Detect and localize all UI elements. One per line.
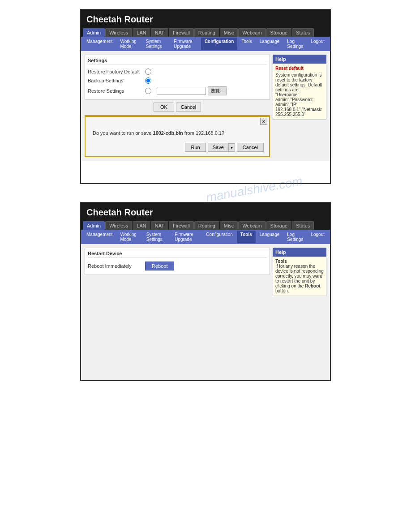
sub-tab-management-2[interactable]: Management (83, 231, 116, 243)
panel-body-2: Restart Device Reboot Immediately Reboot… (81, 244, 330, 300)
help-body-1: Reset default System configuration is re… (273, 64, 326, 120)
nav-tab-firewall-1[interactable]: Firewall (169, 28, 194, 37)
nav-tab-webcam-2[interactable]: Webcam (238, 221, 265, 230)
help-panel-2: Help Tools If for any reason the device … (273, 248, 326, 296)
sub-tab-working-mode-2[interactable]: Working Mode (116, 231, 142, 243)
sub-tab-working-mode-1[interactable]: Working Mode (116, 38, 141, 50)
panel-body-1: Settings Restore Factory Default Backup … (81, 51, 330, 161)
sub-tab-system-settings-2[interactable]: System Settings (143, 231, 171, 243)
browse-button[interactable]: 瀏覽... (208, 86, 227, 95)
settings-section-1: Settings Restore Factory Default Backup … (85, 55, 270, 100)
nav-tab-nat-2[interactable]: NAT (151, 221, 168, 230)
help-text-1: System configuration is reset to the fac… (275, 73, 322, 117)
sub-tab-configuration-2[interactable]: Configuration (202, 231, 236, 243)
help-link-1[interactable]: Reset default (275, 66, 324, 71)
sub-tabs-1: Management Working Mode System Settings … (81, 37, 330, 51)
dialog-buttons: Run Save ▾ Cancel (86, 140, 269, 156)
radio-backup[interactable] (145, 77, 151, 84)
settings-section-2: Restart Device Reboot Immediately Reboot (85, 248, 270, 275)
help-panel-1: Help Reset default System configuration … (273, 55, 326, 157)
sub-tab-log-2[interactable]: Log Settings (283, 231, 307, 243)
help-header-2: Help (273, 248, 326, 257)
dialog-save-group: Save ▾ (208, 143, 235, 152)
sub-tab-language-2[interactable]: Language (256, 231, 283, 243)
router-header-2: Cheetah Router (81, 203, 330, 220)
radio-restore[interactable] (145, 88, 151, 94)
sub-tab-firmware-1[interactable]: Firmware Upgrade (170, 38, 201, 50)
dialog-titlebar: ✕ (86, 117, 269, 126)
sub-tab-logout-1[interactable]: Logout (307, 38, 328, 50)
nav-tab-routing-1[interactable]: Routing (194, 28, 219, 37)
nav-tab-routing-2[interactable]: Routing (194, 221, 219, 230)
file-input-area: 瀏覽... (157, 86, 227, 95)
empty-space-2 (81, 300, 330, 380)
main-content-2: Restart Device Reboot Immediately Reboot (85, 248, 270, 296)
nav-tab-wireless-1[interactable]: Wireless (105, 28, 132, 37)
sub-tab-tools-1[interactable]: Tools (238, 38, 255, 50)
settings-row-backup: Backup Settings (88, 76, 267, 85)
nav-tab-status-1[interactable]: Status (292, 28, 314, 37)
nav-tab-status-2[interactable]: Status (292, 221, 314, 230)
sub-tab-log-1[interactable]: Log Settings (283, 38, 307, 50)
nav-tab-firewall-2[interactable]: Firewall (169, 221, 194, 230)
nav-tab-admin-1[interactable]: Admin (83, 28, 105, 37)
nav-tab-nat-1[interactable]: NAT (151, 28, 168, 37)
router-header-1: Cheetah Router (81, 10, 330, 27)
label-backup: Backup Settings (88, 78, 141, 83)
nav-tab-webcam-1[interactable]: Webcam (238, 28, 265, 37)
nav-tab-lan-1[interactable]: LAN (133, 28, 150, 37)
label-factory: Restore Factory Default (88, 69, 141, 74)
dialog-save-arrow[interactable]: ▾ (228, 143, 235, 152)
radio-factory[interactable] (145, 69, 151, 75)
reboot-button[interactable]: Reboot (145, 262, 174, 270)
sub-tabs-2: Management Working Mode System Settings … (81, 230, 330, 244)
help-text-2b: button. (275, 288, 289, 293)
main-content-1: Settings Restore Factory Default Backup … (85, 55, 270, 157)
help-bold-2: Reboot (305, 283, 320, 288)
restart-row: Reboot Immediately Reboot (88, 260, 267, 272)
router-title-1: Cheetah Router (86, 14, 153, 24)
form-buttons-1: OK Cancel (85, 103, 270, 112)
sub-tab-firmware-2[interactable]: Firmware Upgrade (171, 231, 202, 243)
nav-tab-misc-1[interactable]: Misc (220, 28, 238, 37)
nav-tab-storage-2[interactable]: Storage (266, 221, 292, 230)
dialog-from: from 192.168.0.1? (183, 130, 224, 136)
settings-row-restore: Restore Settings 瀏覽... (88, 85, 267, 97)
nav-tabs-top-2: Admin Wireless LAN NAT Firewall Routing … (81, 220, 330, 230)
nav-tab-admin-2[interactable]: Admin (83, 221, 105, 230)
file-path-input[interactable] (157, 87, 206, 95)
help-section-label-2: Tools (275, 259, 287, 264)
help-body-2: Tools If for any reason the device is no… (273, 257, 326, 296)
sub-tab-configuration-1[interactable]: Configuration (201, 38, 238, 50)
cancel-button-1[interactable]: Cancel (176, 103, 201, 112)
nav-tab-lan-2[interactable]: LAN (133, 221, 150, 230)
label-reboot: Reboot Immediately (88, 263, 141, 269)
sub-tab-system-settings-1[interactable]: System Settings (142, 38, 170, 50)
dialog-body: Do you want to run or save 1002-cdb.bin … (86, 126, 269, 140)
nav-tabs-top-1: Admin Wireless LAN NAT Firewall Routing … (81, 27, 330, 37)
help-header-1: Help (273, 55, 326, 64)
dialog-question: Do you want to run or save (93, 130, 153, 136)
section-title-2: Restart Device (88, 251, 267, 257)
sub-tab-tools-2[interactable]: Tools (237, 231, 256, 243)
ok-button-1[interactable]: OK (154, 103, 174, 112)
nav-tab-misc-2[interactable]: Misc (220, 221, 238, 230)
sub-tab-logout-2[interactable]: Logout (307, 231, 328, 243)
sub-tab-management-1[interactable]: Management (83, 38, 116, 50)
dialog-save-button[interactable]: Save (208, 143, 228, 152)
dialog-run-button[interactable]: Run (185, 143, 206, 152)
download-dialog: ✕ Do you want to run or save 1002-cdb.bi… (85, 115, 270, 157)
router-panel-2: Cheetah Router Admin Wireless LAN NAT Fi… (80, 202, 331, 381)
nav-tab-storage-1[interactable]: Storage (266, 28, 292, 37)
section-title-1: Settings (88, 58, 267, 64)
nav-tab-wireless-2[interactable]: Wireless (105, 221, 132, 230)
dialog-close-button[interactable]: ✕ (260, 118, 267, 125)
sub-tab-language-1[interactable]: Language (256, 38, 283, 50)
label-restore: Restore Settings (88, 88, 141, 94)
dialog-cancel-button[interactable]: Cancel (237, 143, 264, 152)
watermark-area-1: manualshive.com (81, 161, 330, 183)
settings-row-factory: Restore Factory Default (88, 67, 267, 76)
watermark-1: manualshive.com (205, 174, 304, 205)
router-title-2: Cheetah Router (86, 207, 153, 217)
page-wrapper: Cheetah Router Admin Wireless LAN NAT Fi… (0, 0, 411, 390)
